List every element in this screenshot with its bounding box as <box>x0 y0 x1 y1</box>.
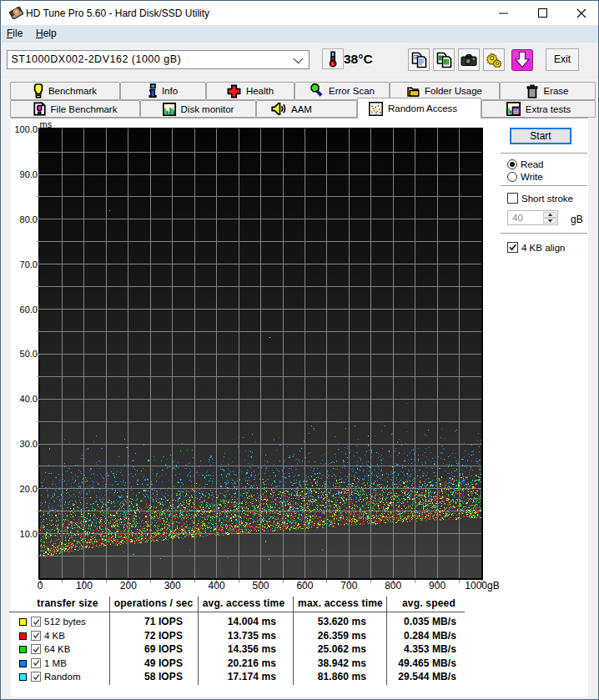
svg-text:100: 100 <box>76 580 93 592</box>
svg-text:500: 500 <box>252 580 269 592</box>
svg-text:800: 800 <box>385 580 401 592</box>
svg-text:90.0: 90.0 <box>20 169 38 179</box>
svg-text:30.0: 30.0 <box>20 439 38 449</box>
svg-text:900: 900 <box>429 580 445 592</box>
svg-text:60.0: 60.0 <box>20 305 38 315</box>
svg-text:1000gB: 1000gB <box>465 580 499 592</box>
svg-text:40.0: 40.0 <box>20 394 38 404</box>
svg-text:50.0: 50.0 <box>20 349 38 359</box>
svg-text:ms: ms <box>40 119 53 129</box>
svg-text:70.0: 70.0 <box>20 259 38 269</box>
svg-text:0: 0 <box>38 580 43 592</box>
svg-text:400: 400 <box>209 580 225 592</box>
svg-text:700: 700 <box>340 580 357 592</box>
svg-text:600: 600 <box>296 580 313 592</box>
svg-text:100.0: 100.0 <box>14 124 38 134</box>
svg-text:20.0: 20.0 <box>20 484 38 494</box>
svg-text:10.0: 10.0 <box>20 529 38 539</box>
svg-text:200: 200 <box>120 580 137 592</box>
svg-text:300: 300 <box>164 580 181 592</box>
svg-text:80.0: 80.0 <box>20 214 38 224</box>
